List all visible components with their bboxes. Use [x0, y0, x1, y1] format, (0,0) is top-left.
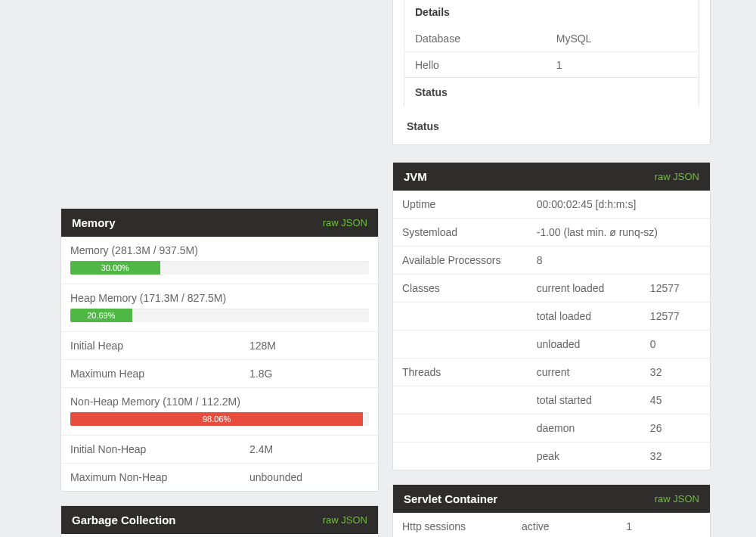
- jvm-title: JVM: [404, 170, 427, 183]
- jvm-classes-label: Classes: [402, 282, 537, 294]
- details-val: MySQL: [546, 26, 699, 52]
- jvm-classes-current-label: current loaded: [537, 282, 650, 294]
- jvm-raw-json-link[interactable]: raw JSON: [655, 171, 699, 182]
- jvm-threads-daemon-value: 26: [650, 422, 701, 434]
- jvm-threads-total-value: 45: [650, 394, 701, 406]
- jvm-threads-daemon-row: daemon 26: [393, 414, 710, 442]
- jvm-sysload-label: Systemload: [402, 226, 537, 238]
- max-nonheap-row: Maximum Non-Heap unbounded: [61, 464, 378, 491]
- memory-total-progress-bar: 30.00%: [70, 261, 160, 275]
- servlet-row: Http sessions active 1: [393, 513, 710, 537]
- jvm-procs-value: 8: [537, 254, 701, 266]
- jvm-classes-current-row: Classes current loaded 12577: [393, 275, 710, 303]
- jvm-procs-label: Available Processors: [402, 254, 537, 266]
- memory-total-progress: 30.00%: [70, 261, 369, 275]
- initial-heap-row: Initial Heap 128M: [61, 332, 378, 360]
- memory-panel: Memory raw JSON Memory (281.3M / 937.5M)…: [60, 208, 379, 492]
- gc-panel-header: Garbage Collection raw JSON: [61, 506, 378, 534]
- jvm-threads-peak-label: peak: [537, 450, 650, 462]
- gc-panel: Garbage Collection raw JSON ps_scavenge …: [60, 505, 379, 537]
- servlet-panel-header: Servlet Container raw JSON: [393, 485, 710, 513]
- jvm-uptime-row: Uptime 00:00:02:45 [d:h:m:s]: [393, 191, 710, 219]
- jvm-uptime-value: 00:00:02:45 [d:h:m:s]: [537, 198, 701, 210]
- initial-nonheap-label: Initial Non-Heap: [70, 443, 249, 455]
- max-heap-value: 1.8G: [249, 368, 369, 380]
- memory-title: Memory: [72, 216, 116, 229]
- details-status-outer: Status: [404, 107, 699, 134]
- jvm-panel-header: JVM raw JSON: [393, 163, 710, 191]
- heap-memory-progress: 20.69%: [70, 309, 369, 322]
- heap-memory-row: Heap Memory (171.3M / 827.5M) 20.69%: [61, 284, 378, 332]
- details-row: Database MySQL: [404, 26, 699, 52]
- initial-heap-value: 128M: [249, 340, 369, 352]
- jvm-threads-peak-row: peak 32: [393, 442, 710, 470]
- details-key: Database: [404, 26, 546, 52]
- heap-memory-label: Heap Memory (171.3M / 827.5M): [70, 292, 369, 304]
- details-table: Database MySQL Hello 1: [404, 26, 699, 78]
- jvm-classes-total-label: total loaded: [537, 310, 650, 322]
- jvm-classes-total-value: 12577: [650, 310, 701, 322]
- max-heap-row: Maximum Heap 1.8G: [61, 360, 378, 388]
- servlet-row-metric: active: [522, 520, 626, 532]
- jvm-sysload-row: Systemload -1.00 (last min. ø runq-sz): [393, 219, 710, 247]
- servlet-title: Servlet Container: [404, 492, 497, 505]
- initial-nonheap-row: Initial Non-Heap 2.4M: [61, 436, 378, 464]
- gc-raw-json-link[interactable]: raw JSON: [323, 514, 367, 526]
- nonheap-memory-progress: 98.06%: [70, 412, 369, 426]
- details-panel: Details Database MySQL Hello 1 Status St…: [392, 0, 711, 145]
- jvm-uptime-label: Uptime: [402, 198, 537, 210]
- jvm-panel: JVM raw JSON Uptime 00:00:02:45 [d:h:m:s…: [392, 162, 711, 470]
- details-status-inner: Status: [404, 77, 699, 107]
- details-title: Details: [404, 0, 699, 26]
- jvm-classes-unloaded-row: unloaded 0: [393, 331, 710, 359]
- initial-heap-label: Initial Heap: [70, 340, 249, 352]
- max-nonheap-value: unbounded: [249, 471, 369, 483]
- jvm-threads-total-label: total started: [537, 394, 650, 406]
- memory-total-row: Memory (281.3M / 937.5M) 30.00%: [61, 237, 378, 284]
- nonheap-memory-progress-bar: 98.06%: [70, 412, 363, 426]
- details-key: Hello: [404, 52, 546, 79]
- gc-row: ps_scavenge Count 20: [61, 534, 378, 537]
- max-heap-label: Maximum Heap: [70, 368, 249, 380]
- jvm-threads-label: Threads: [402, 366, 537, 378]
- jvm-procs-row: Available Processors 8: [393, 247, 710, 275]
- memory-panel-header: Memory raw JSON: [61, 209, 378, 237]
- gc-title: Garbage Collection: [72, 514, 176, 526]
- jvm-classes-unloaded-value: 0: [650, 338, 701, 350]
- initial-nonheap-value: 2.4M: [249, 443, 369, 455]
- servlet-raw-json-link[interactable]: raw JSON: [655, 493, 699, 504]
- details-val: 1: [546, 52, 699, 79]
- servlet-row-value: 1: [626, 520, 701, 532]
- jvm-classes-current-value: 12577: [650, 282, 701, 294]
- jvm-classes-unloaded-label: unloaded: [537, 338, 650, 350]
- jvm-threads-current-label: current: [537, 366, 650, 378]
- jvm-threads-daemon-label: daemon: [537, 422, 650, 434]
- max-nonheap-label: Maximum Non-Heap: [70, 471, 249, 483]
- heap-memory-progress-bar: 20.69%: [70, 309, 132, 322]
- details-row: Hello 1: [404, 52, 699, 79]
- jvm-sysload-value: -1.00 (last min. ø runq-sz): [537, 226, 701, 238]
- jvm-threads-total-row: total started 45: [393, 386, 710, 414]
- memory-total-label: Memory (281.3M / 937.5M): [70, 244, 369, 256]
- jvm-classes-total-row: total loaded 12577: [393, 303, 710, 331]
- servlet-row-name: Http sessions: [402, 520, 522, 532]
- memory-raw-json-link[interactable]: raw JSON: [323, 217, 367, 228]
- jvm-threads-current-value: 32: [650, 366, 701, 378]
- nonheap-memory-row: Non-Heap Memory (110M / 112.2M) 98.06%: [61, 388, 378, 436]
- servlet-panel: Servlet Container raw JSON Http sessions…: [392, 484, 711, 537]
- jvm-threads-current-row: Threads current 32: [393, 359, 710, 386]
- jvm-threads-peak-value: 32: [650, 450, 701, 462]
- nonheap-memory-label: Non-Heap Memory (110M / 112.2M): [70, 396, 369, 408]
